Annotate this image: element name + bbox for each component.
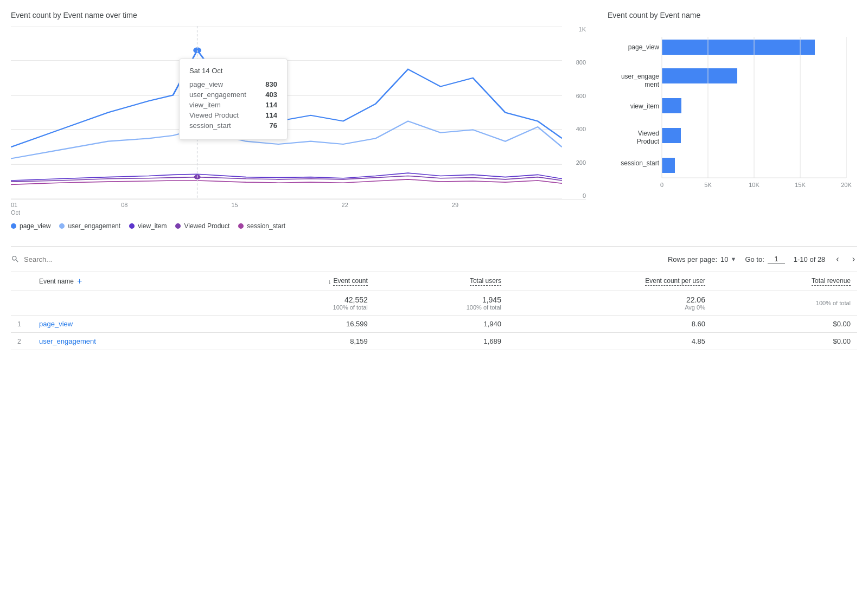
tooltip-row-0: page_view 830 xyxy=(189,80,277,88)
totals-total-revenue: 100% of total xyxy=(712,291,857,315)
row-num-1: 1 xyxy=(11,315,33,333)
svg-text:Product: Product xyxy=(637,138,660,145)
y-axis-labels: 1K 800 600 400 200 0 xyxy=(564,26,586,199)
pagination-controls: Rows per page: 10 ▼ Go to: 1-10 of 28 ‹ … xyxy=(668,252,857,266)
x-month-label: Oct xyxy=(11,209,586,216)
th-event-count: ↓ Event count xyxy=(227,272,374,291)
data-table: Event name + ↓ Event count Total users E… xyxy=(11,272,857,350)
bottom-section: Rows per page: 10 ▼ Go to: 1-10 of 28 ‹ … xyxy=(11,246,857,350)
row-total-users-2: 1,689 xyxy=(374,333,508,350)
row-total-revenue-2: $0.00 xyxy=(712,333,857,350)
svg-text:user_engage: user_engage xyxy=(621,73,659,80)
svg-text:15K: 15K xyxy=(795,182,806,188)
search-input[interactable] xyxy=(24,255,122,263)
row-event-count-1: 16,599 xyxy=(227,315,374,333)
svg-text:20K: 20K xyxy=(841,182,852,188)
legend-dot-session-start xyxy=(238,223,244,229)
search-pagination-bar: Rows per page: 10 ▼ Go to: 1-10 of 28 ‹ … xyxy=(11,247,857,272)
dropdown-arrow-icon: ▼ xyxy=(730,256,736,262)
rows-per-page-select[interactable]: 10 ▼ xyxy=(720,255,736,263)
svg-rect-14 xyxy=(662,68,737,83)
legend-item-view-item[interactable]: view_item xyxy=(129,222,167,230)
search-icon xyxy=(11,255,20,263)
legend-item-session-start[interactable]: session_start xyxy=(238,222,285,230)
event-name-link-1[interactable]: page_view xyxy=(39,320,73,328)
row-total-users-1: 1,940 xyxy=(374,315,508,333)
svg-rect-16 xyxy=(662,98,681,113)
legend-item-viewed-product[interactable]: Viewed Product xyxy=(175,222,229,230)
rows-per-page: Rows per page: 10 ▼ xyxy=(668,255,736,263)
next-page-button[interactable]: › xyxy=(850,252,857,266)
chart-tooltip: Sat 14 Oct page_view 830 user_engagement… xyxy=(179,59,288,140)
tooltip-row-2: view_item 114 xyxy=(189,101,277,109)
row-total-revenue-1: $0.00 xyxy=(712,315,857,333)
table-row: 2 user_engagement 8,159 1,689 4.85 $0.00 xyxy=(11,333,857,350)
line-chart-area: 1K 800 600 400 200 0 Sat 14 Oct page_vie… xyxy=(11,26,586,199)
table-header-row: Event name + ↓ Event count Total users E… xyxy=(11,272,857,291)
svg-text:ment: ment xyxy=(644,81,659,88)
th-total-users: Total users xyxy=(374,272,508,291)
goto-control: Go to: xyxy=(745,255,784,263)
totals-event-count: 42,552 100% of total xyxy=(227,291,374,315)
svg-text:5K: 5K xyxy=(704,182,712,188)
line-chart-container: Event count by Event name over time xyxy=(11,11,586,230)
row-event-name-2: user_engagement xyxy=(33,333,227,350)
row-event-count-2: 8,159 xyxy=(227,333,374,350)
tooltip-row-1: user_engagement 403 xyxy=(189,91,277,99)
line-chart-title: Event count by Event name over time xyxy=(11,11,586,20)
totals-event-count-per-user: 22.06 Avg 0% xyxy=(508,291,712,315)
totals-total-users: 1,945 100% of total xyxy=(374,291,508,315)
legend-item-user-engagement[interactable]: user_engagement xyxy=(59,222,120,230)
chart-legend: page_view user_engagement view_item View… xyxy=(11,222,586,230)
legend-dot-page-view xyxy=(11,223,16,229)
prev-page-button[interactable]: ‹ xyxy=(834,252,841,266)
svg-rect-11 xyxy=(662,40,815,55)
legend-item-page-view[interactable]: page_view xyxy=(11,222,50,230)
legend-dot-user-engagement xyxy=(59,223,65,229)
row-event-name-1: page_view xyxy=(33,315,227,333)
tooltip-row-4: session_start 76 xyxy=(189,121,277,130)
svg-text:page_view: page_view xyxy=(628,43,660,51)
svg-text:view_item: view_item xyxy=(630,102,659,110)
totals-num xyxy=(11,291,33,315)
row-event-count-per-user-2: 4.85 xyxy=(508,333,712,350)
row-event-count-per-user-1: 8.60 xyxy=(508,315,712,333)
table-totals-row: 42,552 100% of total 1,945 100% of total… xyxy=(11,291,857,315)
row-num-2: 2 xyxy=(11,333,33,350)
svg-text:session_start: session_start xyxy=(621,159,659,167)
legend-dot-view-item xyxy=(129,223,135,229)
svg-text:0: 0 xyxy=(660,182,663,188)
add-column-icon[interactable]: + xyxy=(77,276,82,286)
bar-chart-area: page_view user_engage ment view_item Vie… xyxy=(608,26,857,199)
legend-dot-viewed-product xyxy=(175,223,181,229)
th-total-revenue: Total revenue xyxy=(712,272,857,291)
page-info: 1-10 of 28 xyxy=(794,255,826,263)
goto-input[interactable] xyxy=(768,255,785,263)
tooltip-row-3: Viewed Product 114 xyxy=(189,111,277,119)
search-box xyxy=(11,255,661,263)
svg-rect-19 xyxy=(662,128,681,143)
x-axis-labels: 01 08 15 22 29 xyxy=(11,202,586,208)
event-name-link-2[interactable]: user_engagement xyxy=(39,337,96,345)
sort-down-icon: ↓ xyxy=(328,278,331,285)
svg-rect-21 xyxy=(662,158,675,173)
svg-text:10K: 10K xyxy=(749,182,760,188)
th-num xyxy=(11,272,33,291)
th-event-count-per-user: Event count per user xyxy=(508,272,712,291)
tooltip-date: Sat 14 Oct xyxy=(189,67,277,75)
th-event-name: Event name + xyxy=(33,272,227,291)
svg-text:Viewed: Viewed xyxy=(638,130,659,137)
totals-event-name xyxy=(33,291,227,315)
bar-chart-title: Event count by Event name xyxy=(608,11,857,20)
bar-chart-container: Event count by Event name page_view user… xyxy=(608,11,857,230)
table-row: 1 page_view 16,599 1,940 8.60 $0.00 xyxy=(11,315,857,333)
